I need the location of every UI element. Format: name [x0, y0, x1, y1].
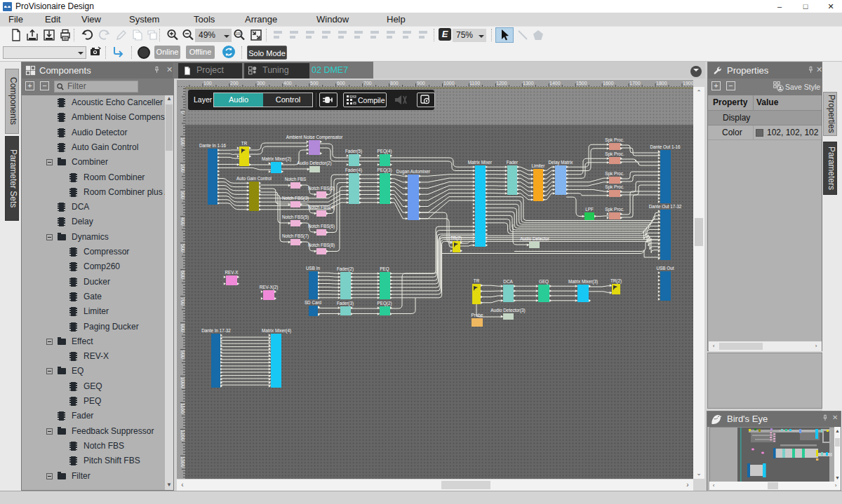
svg-text:1500: 1500 — [576, 81, 587, 86]
svg-text:1700: 1700 — [629, 81, 641, 86]
svg-text:Notch FBS(6): Notch FBS(6) — [308, 224, 335, 229]
svg-text:600: 600 — [337, 81, 345, 86]
svg-text:Spk Proc.: Spk Proc. — [605, 184, 624, 190]
svg-text:800: 800 — [180, 324, 185, 332]
svg-text:1200: 1200 — [496, 81, 507, 86]
svg-text:GEQ: GEQ — [539, 279, 549, 285]
svg-text:800: 800 — [390, 81, 399, 86]
svg-text:Notch FBS(4): Notch FBS(4) — [308, 205, 335, 210]
svg-text:Matrix Mixer(4): Matrix Mixer(4) — [262, 328, 291, 334]
svg-text:Spk Proc.: Spk Proc. — [605, 151, 624, 157]
svg-text:Spk Proc.: Spk Proc. — [605, 137, 624, 143]
svg-text:200: 200 — [230, 81, 239, 86]
svg-text:Audio Detector(3): Audio Detector(3) — [490, 308, 525, 313]
svg-text:1200: 1200 — [180, 430, 185, 441]
svg-text:Dante Out 17-32: Dante Out 17-32 — [649, 204, 682, 209]
svg-text:USB In: USB In — [306, 266, 320, 271]
svg-text:Spk Proc.: Spk Proc. — [605, 171, 624, 177]
svg-text:Notch FBS(8): Notch FBS(8) — [308, 243, 335, 248]
svg-text:TR(2): TR(2) — [610, 278, 622, 284]
svg-text:Delay Matrix: Delay Matrix — [549, 160, 574, 165]
svg-text:0: 0 — [180, 111, 185, 114]
svg-text:Notch FBS(3): Notch FBS(3) — [282, 196, 309, 201]
svg-text:Matrix Mixer(2): Matrix Mixer(2) — [262, 156, 291, 162]
svg-text:PEQ: PEQ — [380, 266, 389, 272]
svg-text:REV-X(2): REV-X(2) — [260, 285, 279, 290]
svg-text:Notch FBS(7): Notch FBS(7) — [282, 233, 309, 239]
svg-text:Notch FBS(5): Notch FBS(5) — [282, 214, 309, 220]
svg-text:Ambient Noise Compensator: Ambient Noise Compensator — [286, 135, 343, 140]
svg-text:1000: 1000 — [180, 377, 185, 388]
svg-text:1300: 1300 — [523, 81, 534, 86]
svg-text:Matrix Mixer(3): Matrix Mixer(3) — [568, 279, 598, 285]
svg-text:Dante In 17-32: Dante In 17-32 — [201, 328, 231, 333]
svg-text:Probe: Probe — [472, 313, 483, 318]
svg-text:Fader: Fader — [507, 160, 518, 165]
svg-text:Auto Gain Control: Auto Gain Control — [236, 176, 272, 181]
svg-text:500: 500 — [310, 81, 319, 86]
svg-text:700: 700 — [180, 297, 185, 306]
svg-text:100: 100 — [203, 81, 212, 86]
svg-text:Limiter: Limiter — [532, 163, 545, 168]
svg-text:Notch FBS(2): Notch FBS(2) — [308, 186, 335, 191]
svg-text:1800: 1800 — [656, 81, 667, 86]
svg-text:1300: 1300 — [180, 456, 185, 468]
svg-text:TR: TR — [241, 141, 248, 146]
svg-text:400: 400 — [180, 217, 185, 226]
svg-text:Dante Out 1-16: Dante Out 1-16 — [650, 144, 681, 149]
svg-text:PEQ(3): PEQ(3) — [377, 168, 392, 173]
svg-text:1000: 1000 — [443, 81, 455, 86]
svg-text:Fader(3): Fader(3) — [337, 301, 354, 306]
svg-text:Audio Detector(2): Audio Detector(2) — [297, 161, 331, 166]
svg-text:Notch FBS: Notch FBS — [285, 177, 306, 182]
svg-text:SD Card: SD Card — [305, 300, 322, 305]
svg-text:900: 900 — [417, 81, 425, 86]
svg-text:TR(2): TR(2) — [450, 236, 462, 241]
svg-text:Spk Proc.: Spk Proc. — [605, 207, 624, 212]
svg-text:1100: 1100 — [180, 403, 185, 414]
svg-text:TR: TR — [474, 278, 480, 283]
svg-text:Matrix Mixer: Matrix Mixer — [468, 160, 492, 165]
svg-text:LPF: LPF — [585, 207, 594, 212]
svg-text:Fader(2): Fader(2) — [337, 266, 354, 272]
svg-text:REV-X: REV-X — [225, 270, 239, 275]
svg-text:1400: 1400 — [549, 81, 561, 86]
svg-text:200: 200 — [180, 164, 185, 172]
svg-text:Fader(5): Fader(5) — [345, 149, 362, 154]
svg-text:PEQ(2): PEQ(2) — [377, 301, 392, 306]
svg-text:1900: 1900 — [683, 81, 693, 86]
svg-text:1600: 1600 — [603, 81, 614, 86]
svg-text:300: 300 — [180, 191, 185, 199]
svg-text:500: 500 — [180, 244, 185, 252]
svg-text:Fader(4): Fader(4) — [345, 168, 362, 173]
svg-text:1100: 1100 — [469, 81, 480, 86]
svg-text:100: 100 — [180, 137, 185, 146]
svg-text:600: 600 — [180, 271, 185, 279]
svg-text:900: 900 — [180, 350, 185, 359]
svg-text:300: 300 — [257, 81, 265, 86]
svg-text:700: 700 — [363, 81, 372, 86]
svg-text:400: 400 — [283, 81, 292, 86]
svg-text:Dugan Automixer: Dugan Automixer — [396, 169, 430, 175]
svg-text:100: 100 — [236, 32, 241, 36]
svg-text:Dante In 1-16: Dante In 1-16 — [199, 143, 227, 148]
svg-text:Audio Detector: Audio Detector — [520, 236, 549, 241]
svg-text:DCA: DCA — [503, 279, 513, 284]
svg-text:USB Out: USB Out — [657, 266, 674, 271]
svg-text:PEQ(4): PEQ(4) — [377, 149, 392, 154]
